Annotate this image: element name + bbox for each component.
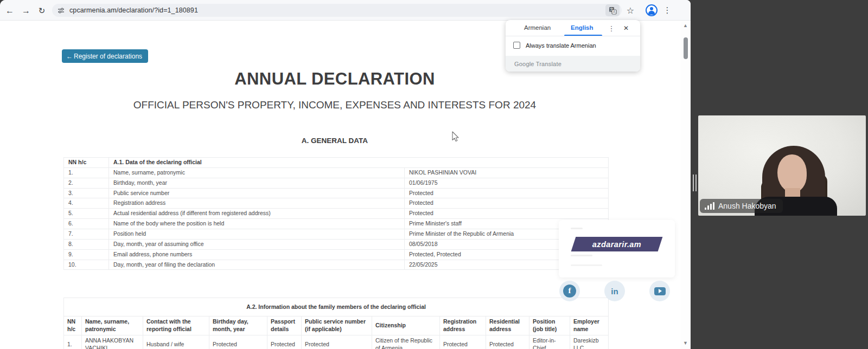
table-cell: Registration address xyxy=(109,198,405,209)
table-row: 6.Name of the body where the position is… xyxy=(64,219,609,229)
table-header-cell: Passport details xyxy=(267,316,302,335)
a2-header-row: NN h/cName, surname, patronymicContact w… xyxy=(64,316,609,335)
table-cell: 5. xyxy=(64,209,109,219)
table-header-cell: Residential address xyxy=(486,316,529,335)
table-row: 9.Email address, phone numbersProtected,… xyxy=(64,249,609,260)
table-cell: ANNA HAKOBYAN VACHIKI xyxy=(82,335,143,349)
table-cell: Day, month, year of assuming office xyxy=(109,239,405,249)
azdararir-logo: azdararir.am xyxy=(571,237,663,251)
table-cell: Citizen of the Republic of Armenia xyxy=(372,335,440,349)
browser-toolbar: ← → ↻ cpcarmenia.am/declaration/?id=1_18… xyxy=(0,0,691,21)
audio-level-icon xyxy=(705,202,714,210)
table-cell: Dareskizb LLC xyxy=(570,335,609,349)
tab-armenian[interactable]: Armenian xyxy=(524,24,551,31)
table-row: 7.Position heldPrime Minister of the Rep… xyxy=(64,229,609,240)
table-row: 2.Birthday, month, year01/06/1975 xyxy=(64,178,609,188)
skeleton-line xyxy=(571,228,583,229)
scrollbar[interactable]: ▲ ▼ xyxy=(680,21,691,349)
table-cell: Birthday, month, year xyxy=(109,178,405,188)
scroll-up-icon[interactable]: ▲ xyxy=(680,22,691,29)
back-arrow-icon: ← xyxy=(66,53,73,60)
facebook-glyph: f xyxy=(563,285,576,298)
table-row: 3.Public service numberProtected xyxy=(64,188,609,198)
scroll-down-icon[interactable]: ▼ xyxy=(680,339,691,347)
bookmark-star-icon[interactable]: ☆ xyxy=(624,4,637,17)
table-cell: Protected xyxy=(440,335,486,349)
general-data-table: NN h/c A.1. Data of the declaring offici… xyxy=(63,157,609,270)
section-heading: A. GENERAL DATA xyxy=(0,137,669,145)
table-cell: 6. xyxy=(64,219,109,229)
participant-silhouette xyxy=(777,154,807,192)
google-translate-branding: Google Translate xyxy=(514,61,561,67)
translate-icon[interactable]: 文 A xyxy=(605,4,620,16)
table-cell: Husband / wife xyxy=(143,335,209,349)
youtube-icon[interactable] xyxy=(649,281,670,301)
table-header-cell: Public service number (if applicable) xyxy=(302,316,372,335)
page-title: ANNUAL DECLARATION xyxy=(0,69,669,89)
scrollbar-thumb[interactable] xyxy=(684,37,688,59)
back-icon[interactable]: ← xyxy=(3,4,17,18)
always-translate-label: Always translate Armenian xyxy=(526,42,596,49)
table-cell: 4. xyxy=(64,198,109,209)
table-cell: 9. xyxy=(64,249,109,260)
table-cell: Actual residential address (if different… xyxy=(109,209,405,219)
panel-resize-handle[interactable] xyxy=(693,174,697,191)
table-header-cell: Contact with the reporting official xyxy=(143,316,209,335)
table-cell: Protected xyxy=(267,335,302,349)
table-cell: Protected xyxy=(405,188,609,198)
table-header-cell: NN h/c xyxy=(64,316,82,335)
participant-name: Anush Hakobyan xyxy=(718,202,776,210)
page-subtitle: OFFICIAL PERSON'S PROPERTY, INCOME, EXPE… xyxy=(0,99,669,111)
table-cell: Position held xyxy=(109,229,405,240)
table-header-cell: Name, surname, patronymic xyxy=(82,316,143,335)
table-header-cell: Birthday day, month, year xyxy=(209,316,267,335)
table-header-cell: Position (job title) xyxy=(529,316,570,335)
url-text: cpcarmenia.am/declaration/?id=1_180891 xyxy=(69,7,198,14)
profile-head xyxy=(650,7,653,10)
a2-table-title: A.2. Information about the family member… xyxy=(64,298,609,316)
site-settings-icon[interactable] xyxy=(58,7,65,14)
popup-footer: Google Translate xyxy=(506,56,640,72)
table-cell: Name, surname, patronymic xyxy=(109,167,405,178)
table-cell: Protected xyxy=(302,335,372,349)
azdararir-overlay-card: azdararir.am xyxy=(559,220,675,277)
webcam-video: Anush Hakobyan xyxy=(698,115,866,216)
table-header-cell: Citizenship xyxy=(372,316,440,335)
popup-divider xyxy=(506,36,640,36)
always-translate-checkbox[interactable] xyxy=(513,42,520,49)
browser-menu-icon[interactable]: ⋮ xyxy=(661,4,673,17)
skeleton-line xyxy=(571,255,592,256)
reload-icon[interactable]: ↻ xyxy=(35,4,49,18)
a1-col1-header: NN h/c xyxy=(64,158,109,168)
profile-body xyxy=(648,11,655,15)
a2-table-body: 1.ANNA HAKOBYAN VACHIKIHusband / wifePro… xyxy=(64,335,609,349)
table-cell: Protected xyxy=(209,335,267,349)
profile-icon[interactable] xyxy=(646,4,658,16)
close-icon[interactable]: ✕ xyxy=(621,23,631,34)
table-cell: Day, month, year of filing the declarati… xyxy=(109,260,405,270)
register-of-declarations-button[interactable]: ← Register of declarations xyxy=(62,49,148,63)
a1-header-row: NN h/c A.1. Data of the declaring offici… xyxy=(64,158,609,168)
url-bar[interactable]: cpcarmenia.am/declaration/?id=1_180891 文… xyxy=(52,4,622,17)
table-cell: 3. xyxy=(64,188,109,198)
table-row: 5.Actual residential address (if differe… xyxy=(64,209,609,219)
video-panel: Anush Hakobyan xyxy=(691,0,868,349)
forward-icon[interactable]: → xyxy=(19,4,33,18)
translate-options-icon[interactable]: ⋮ xyxy=(606,23,617,34)
table-cell: Protected xyxy=(405,198,609,209)
linkedin-glyph: in xyxy=(611,287,618,296)
table-row: 1.ANNA HAKOBYAN VACHIKIHusband / wifePro… xyxy=(64,335,609,349)
azdararir-logo-text: azdararir.am xyxy=(592,240,641,249)
tab-english[interactable]: English xyxy=(571,24,593,31)
participant-name-pill: Anush Hakobyan xyxy=(700,199,783,213)
table-row: 4.Registration addressProtected xyxy=(64,198,609,209)
svg-text:A: A xyxy=(612,10,615,14)
linkedin-icon[interactable]: in xyxy=(604,281,625,301)
table-cell: 8. xyxy=(64,239,109,249)
screen: ← → ↻ cpcarmenia.am/declaration/?id=1_18… xyxy=(0,0,868,349)
google-translate-popup: Armenian English ⋮ ✕ Always translate Ar… xyxy=(506,20,640,72)
table-cell: Email address, phone numbers xyxy=(109,249,405,260)
register-button-label: Register of declarations xyxy=(74,53,142,60)
a2-title-row: A.2. Information about the family member… xyxy=(64,298,609,316)
facebook-icon[interactable]: f xyxy=(559,281,580,301)
